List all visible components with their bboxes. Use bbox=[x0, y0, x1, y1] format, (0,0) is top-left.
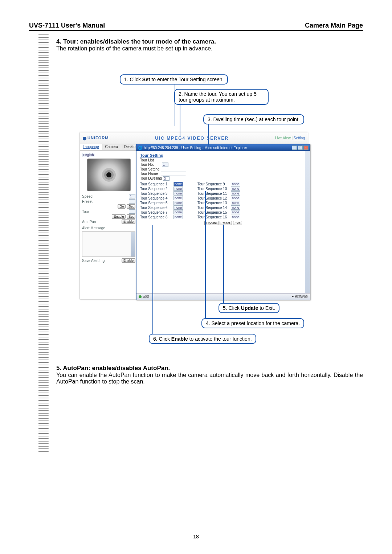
callout-1: 1. Click Set to enter the Tour Setting s… bbox=[120, 74, 228, 85]
seq-label: Tour Sequence 3 bbox=[140, 192, 173, 196]
seq-select[interactable]: none bbox=[173, 196, 183, 200]
seq-row: Tour Sequence 7none bbox=[140, 210, 183, 214]
callout-4-line bbox=[205, 191, 206, 319]
toursetting-label: Tour Setting bbox=[140, 167, 306, 171]
seq-label: Tour Sequence 13 bbox=[197, 201, 231, 205]
section5-title: 5. AutoPan: enables/disables AutoPan. bbox=[56, 365, 363, 372]
seq-select[interactable]: none bbox=[231, 210, 240, 214]
callout-5: 5. Click Update to Exit. bbox=[219, 303, 279, 313]
callout-3-line bbox=[208, 124, 209, 145]
seq-select[interactable]: none bbox=[173, 186, 183, 191]
callout-3: 3. Dwelling time (sec.) at each tour poi… bbox=[203, 114, 304, 124]
label-tour: Tour bbox=[82, 210, 99, 214]
ie-scrollbar[interactable] bbox=[305, 151, 310, 293]
seq-label: Tour Sequence 1 bbox=[140, 182, 173, 186]
seq-row: Tour Sequence 10none bbox=[197, 186, 240, 191]
seq-row: Tour Sequence 14none bbox=[197, 205, 240, 210]
tourname-input[interactable] bbox=[161, 172, 186, 176]
speed-select[interactable]: 1 bbox=[129, 194, 135, 198]
seq-row: Tour Sequence 15none bbox=[197, 210, 240, 214]
status-icon bbox=[139, 295, 142, 298]
seq-row: Tour Sequence 11none bbox=[197, 191, 240, 196]
language-select[interactable]: English bbox=[82, 153, 95, 157]
savealert-enable-button[interactable]: Enable bbox=[122, 258, 135, 263]
tourdwelling-input[interactable]: 3 bbox=[163, 176, 170, 181]
tourno-label: Tour No. bbox=[140, 163, 154, 167]
tour-set-button[interactable]: Set bbox=[127, 214, 135, 219]
section4-title: 4. Tour: enables/disables the tour mode … bbox=[56, 38, 363, 45]
seq-select[interactable]: none bbox=[231, 182, 240, 186]
seq-row: Tour Sequence 2none bbox=[140, 186, 183, 191]
seq-label: Tour Sequence 16 bbox=[197, 215, 231, 219]
seq-select[interactable]: none bbox=[173, 201, 183, 205]
go-button[interactable]: Go bbox=[118, 204, 126, 209]
callout-4: 4. Select a preset location for the came… bbox=[201, 318, 304, 328]
seq-row: Tour Sequence 13none bbox=[197, 201, 240, 205]
status-left: 完成 bbox=[143, 294, 149, 299]
seq-row: Tour Sequence 4none bbox=[140, 196, 183, 200]
label-preset: Preset bbox=[82, 200, 99, 204]
seq-select[interactable]: none bbox=[231, 186, 240, 191]
seq-select[interactable]: none bbox=[173, 182, 183, 186]
set-button[interactable]: Set bbox=[127, 204, 135, 209]
page-number: 18 bbox=[0, 534, 392, 539]
seq-select[interactable]: none bbox=[231, 196, 240, 200]
callout-5-line bbox=[223, 225, 224, 304]
seq-select[interactable]: none bbox=[173, 210, 183, 214]
minimize-button[interactable]: _ bbox=[292, 145, 297, 150]
label-savealert: Save AlertImg bbox=[82, 259, 111, 263]
update-button[interactable]: Update bbox=[204, 221, 219, 225]
seq-select[interactable]: none bbox=[231, 215, 240, 219]
tourdwelling-label: Tour Dwelling bbox=[140, 176, 162, 180]
seq-label: Tour Sequence 14 bbox=[197, 206, 231, 210]
autopan-enable-button[interactable]: Enable bbox=[122, 219, 135, 224]
seq-select[interactable]: none bbox=[231, 205, 240, 210]
tab-language[interactable]: Language bbox=[80, 144, 102, 150]
tour-list-label: Tour List bbox=[140, 158, 306, 162]
seq-label: Tour Sequence 11 bbox=[197, 192, 231, 196]
seq-select[interactable]: none bbox=[231, 201, 240, 205]
ie-title-text: http://60.248.204.239 - User Setting - M… bbox=[144, 146, 291, 150]
label-autopan: AutoPan bbox=[82, 220, 99, 224]
banner-title: UIC MPEG4 VIDEO SERVER bbox=[109, 136, 275, 141]
ie-titlebar: 🌐 http://60.248.204.239 - User Setting -… bbox=[136, 144, 310, 151]
maximize-button[interactable]: □ bbox=[298, 145, 303, 150]
exit-button[interactable]: Exit bbox=[233, 221, 242, 225]
liveview-link[interactable]: Live View bbox=[275, 136, 291, 140]
close-button[interactable]: × bbox=[303, 145, 309, 150]
tour-select[interactable] bbox=[129, 209, 135, 214]
alert-scrollbar[interactable] bbox=[131, 232, 135, 257]
seq-label: Tour Sequence 15 bbox=[197, 210, 231, 214]
setting-link[interactable]: Setting bbox=[294, 136, 305, 140]
seq-row: Tour Sequence 3none bbox=[140, 191, 183, 196]
seq-select[interactable]: none bbox=[231, 191, 240, 196]
section4-body: The rotation points of the camera must b… bbox=[56, 45, 363, 52]
header-right: Camera Main Page bbox=[305, 22, 363, 29]
seq-label: Tour Sequence 8 bbox=[140, 215, 173, 219]
seq-select[interactable]: none bbox=[173, 191, 183, 196]
seq-label: Tour Sequence 5 bbox=[140, 201, 173, 205]
label-speed: Speed bbox=[82, 194, 99, 198]
reset-button[interactable]: Reset bbox=[220, 221, 232, 225]
header-left: UVS-7111 User's Manual bbox=[29, 22, 105, 29]
ie-icon: 🌐 bbox=[138, 146, 142, 150]
tab-camera[interactable]: Camera bbox=[102, 144, 122, 150]
callout-6: 6. Click Enable to activate the tour fun… bbox=[149, 334, 256, 344]
seq-select[interactable]: none bbox=[173, 215, 183, 219]
tour-enable-button[interactable]: Enable bbox=[112, 214, 126, 219]
seq-row: Tour Sequence 1none bbox=[140, 182, 183, 186]
section5-body: You can enable the AutoPan function to m… bbox=[56, 372, 363, 385]
seq-row: Tour Sequence 16none bbox=[197, 215, 240, 219]
seq-label: Tour Sequence 4 bbox=[140, 196, 173, 200]
tourname-label: Tour Name bbox=[140, 172, 158, 176]
tourno-select[interactable]: 1 bbox=[162, 163, 168, 167]
seq-select[interactable]: none bbox=[173, 205, 183, 210]
banner-links: Live View | Setting bbox=[275, 136, 305, 140]
seq-row: Tour Sequence 12none bbox=[197, 196, 240, 200]
screenshot-right-panel: 🌐 http://60.248.204.239 - User Setting -… bbox=[138, 151, 308, 299]
seq-label: Tour Sequence 6 bbox=[140, 206, 173, 210]
preset-select[interactable] bbox=[129, 199, 135, 204]
callout-2: 2. Name the tour. You can set up 5 tour … bbox=[174, 89, 269, 105]
seq-label: Tour Sequence 2 bbox=[140, 187, 173, 191]
seq-label: Tour Sequence 10 bbox=[197, 187, 231, 191]
